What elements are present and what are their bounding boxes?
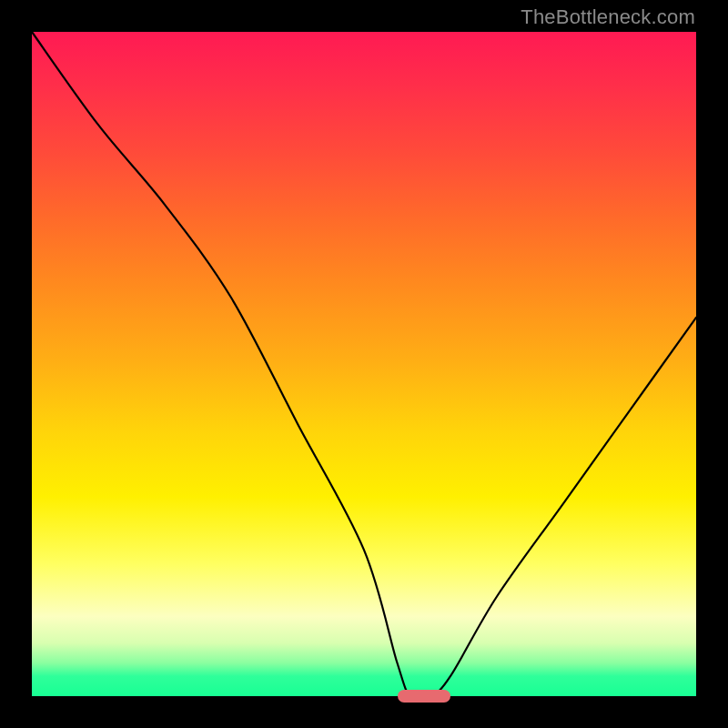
optimal-marker bbox=[398, 690, 450, 703]
chart-frame: TheBottleneck.com bbox=[0, 0, 728, 728]
watermark-text: TheBottleneck.com bbox=[521, 5, 695, 29]
plot-area bbox=[32, 32, 696, 696]
bottleneck-curve bbox=[32, 32, 696, 696]
